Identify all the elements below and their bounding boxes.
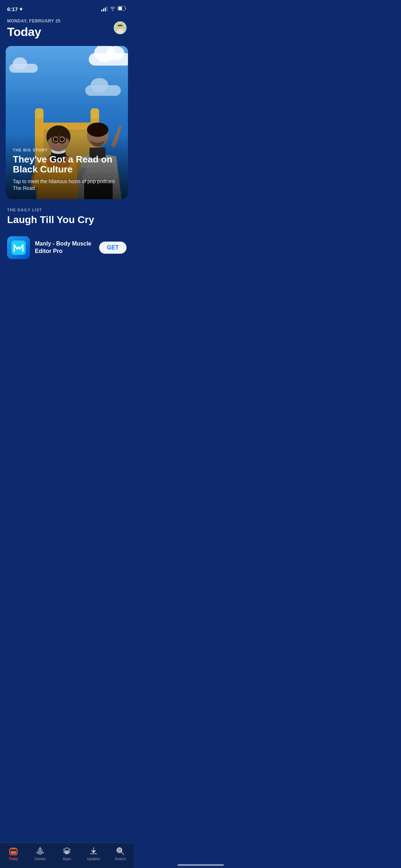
card-content: THE BIG STORY They've Got a Read on Blac… bbox=[6, 141, 128, 199]
status-bar: 6:17 bbox=[0, 0, 134, 16]
battery-icon bbox=[118, 6, 127, 12]
status-icons bbox=[101, 6, 127, 12]
card-title: They've Got a Read on Black Culture bbox=[13, 154, 121, 175]
header: MONDAY, FEBRUARY 25 Today bbox=[0, 16, 134, 45]
svg-rect-1 bbox=[118, 7, 122, 10]
svg-rect-15 bbox=[91, 108, 99, 119]
daily-list-title: Laugh Till You Cry bbox=[7, 214, 127, 226]
get-button[interactable]: GET bbox=[99, 242, 127, 254]
svg-point-31 bbox=[87, 123, 108, 137]
page-title: Today bbox=[7, 25, 114, 39]
card-subtitle: Tap to meet the hilarious hosts of pop p… bbox=[13, 178, 121, 192]
app-info: Manly - Body Muscle Editor Pro bbox=[35, 240, 94, 255]
signal-icon bbox=[101, 6, 108, 11]
daily-list-label: THE DAILY LIST bbox=[7, 208, 127, 212]
card-label: THE BIG STORY bbox=[13, 148, 121, 152]
location-icon bbox=[19, 7, 23, 11]
status-time: 6:17 bbox=[7, 6, 23, 12]
app-name: Manly - Body Muscle Editor Pro bbox=[35, 240, 94, 255]
wifi-icon bbox=[110, 6, 115, 12]
big-story-card[interactable]: THE BIG STORY They've Got a Read on Blac… bbox=[6, 46, 128, 199]
avatar[interactable] bbox=[114, 21, 127, 34]
app-icon bbox=[7, 236, 30, 259]
svg-rect-14 bbox=[35, 108, 43, 119]
app-list-item[interactable]: Manly - Body Muscle Editor Pro GET bbox=[7, 233, 127, 263]
daily-list-section: THE DAILY LIST Laugh Till You Cry bbox=[0, 208, 134, 270]
header-date: MONDAY, FEBRUARY 25 bbox=[7, 19, 114, 24]
